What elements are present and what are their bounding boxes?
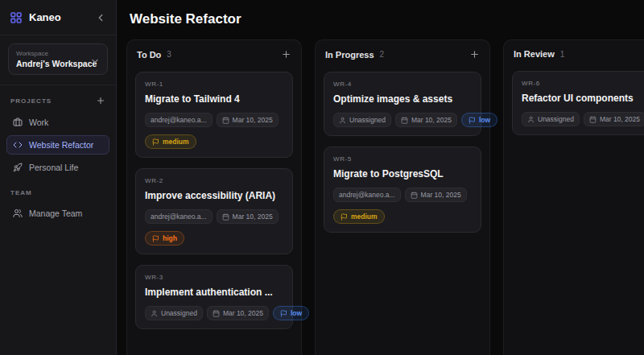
sidebar: Kaneo Workspace Andrej's Workspace PROJE… [0,0,117,355]
assignee-chip[interactable]: Unassigned [522,112,580,126]
priority-label: medium [163,138,189,146]
code-icon [13,140,23,150]
briefcase-icon [13,118,23,127]
assignee-label: Unassigned [161,309,197,317]
assignee-chip[interactable]: Unassigned [333,113,391,127]
sidebar-header: Kaneo [0,0,116,35]
team-section-label: TEAM [10,189,32,196]
task-title: Implement authentication ... [145,287,283,298]
calendar-icon [411,192,418,199]
priority-badge[interactable]: low [273,306,309,320]
due-date-chip[interactable]: Mar 10, 2025 [217,113,279,127]
chevron-down-icon [90,55,100,64]
task-priority-row: high [145,231,283,246]
sidebar-collapse-icon[interactable] [95,12,106,23]
due-date-chip[interactable]: Mar 10, 2025 [584,112,644,126]
column-name: In Review [514,49,555,59]
kanban-board: To Do 3 WR-1 Migrate to Tailwind 4 andre… [126,39,644,355]
workspace-name: Andrej's Workspace [16,59,90,68]
task-meta-row: andrej@kaneo.a... Mar 10, 2025 [145,113,283,127]
user-icon [339,117,346,124]
calendar-icon [589,116,597,123]
due-date-label: Mar 10, 2025 [233,116,273,124]
workspace-selector[interactable]: Workspace Andrej's Workspace [8,43,108,75]
priority-badge[interactable]: medium [145,134,196,149]
calendar-icon [222,213,229,221]
task-title: Migrate to Tailwind 4 [145,93,283,105]
assignee-chip[interactable]: andrej@kaneo.a... [145,209,213,224]
flag-icon [152,235,159,242]
add-task-button[interactable] [469,49,480,60]
app-name: Kaneo [29,11,95,23]
card-list: WR-4 Optimize images & assets Unassigned [316,67,489,241]
assignee-label: andrej@kaneo.a... [339,191,395,199]
user-icon [527,116,535,123]
due-date-chip[interactable]: Mar 10, 2025 [395,113,457,127]
add-project-button[interactable] [96,96,105,105]
flag-icon [152,138,159,146]
task-card-wr-1[interactable]: WR-1 Migrate to Tailwind 4 andrej@kaneo.… [135,72,293,158]
task-meta-row: Unassigned Mar 10, 2025 lo [522,112,644,126]
task-card-wr-3[interactable]: WR-3 Implement authentication ... Unassi… [135,265,293,329]
add-task-button[interactable] [281,49,291,60]
sidebar-item-label: Personal Life [29,163,78,172]
task-title: Migrate to PostgresSQL [333,168,472,180]
priority-label: high [163,234,177,242]
assignee-label: Unassigned [349,116,386,124]
flag-icon [469,117,476,124]
task-id: WR-3 [145,274,283,281]
priority-badge[interactable]: low [461,113,497,127]
assignee-label: andrej@kaneo.a... [151,213,207,221]
due-date-chip[interactable]: Mar 10, 2025 [217,209,279,224]
user-icon [151,310,158,317]
assignee-chip[interactable]: andrej@kaneo.a... [333,188,401,202]
task-title: Optimize images & assets [333,93,472,105]
task-id: WR-2 [145,177,283,184]
task-card-wr-2[interactable]: WR-2 Improve accessibility (ARIA) andrej… [135,168,293,254]
task-meta-row: Unassigned Mar 10, 2025 lo [145,306,283,320]
task-card-wr-4[interactable]: WR-4 Optimize images & assets Unassigned [324,72,481,136]
priority-label: medium [351,213,378,221]
sidebar-item-personal-life[interactable]: Personal Life [6,158,109,177]
priority-badge[interactable]: high [145,231,184,246]
column-in-review: In Review 1 WR-6 Refactor UI components … [503,39,644,355]
sidebar-item-manage-team[interactable]: Manage Team [6,204,109,223]
kaneo-logo-grid-icon [10,11,23,24]
task-title: Improve accessibility (ARIA) [145,190,283,201]
sidebar-item-website-refactor[interactable]: Website Refactor [6,135,109,155]
column-header: In Review 1 [504,40,644,66]
card-list: WR-1 Migrate to Tailwind 4 andrej@kaneo.… [127,67,301,337]
calendar-icon [401,117,408,124]
due-date-chip[interactable]: Mar 10, 2025 [207,306,269,320]
due-date-label: Mar 10, 2025 [600,115,640,123]
calendar-icon [222,117,229,124]
users-icon [13,208,23,218]
assignee-label: andrej@kaneo.a... [151,116,207,124]
task-meta-row: andrej@kaneo.a... Mar 10, 2025 [145,209,283,224]
workspace-texts: Workspace Andrej's Workspace [16,50,90,68]
projects-section-label: PROJECTS [10,97,52,105]
flag-icon [280,310,287,317]
task-card-wr-5[interactable]: WR-5 Migrate to PostgresSQL andrej@kaneo… [324,147,481,233]
team-section-header: TEAM [0,179,116,202]
priority-badge[interactable]: medium [333,209,385,224]
due-date-label: Mar 10, 2025 [233,213,273,221]
column-header: In Progress 2 [316,40,489,67]
task-card-wr-6[interactable]: WR-6 Refactor UI components Unassigned [512,71,644,135]
flag-icon [341,213,348,221]
task-id: WR-5 [333,155,472,163]
column-count: 3 [167,50,281,59]
calendar-icon [213,310,220,317]
due-date-label: Mar 10, 2025 [223,309,263,317]
sidebar-item-label: Website Refactor [29,140,93,150]
sidebar-item-work[interactable]: Work [6,113,109,132]
column-name: To Do [137,50,161,60]
due-date-label: Mar 10, 2025 [421,191,461,199]
workspace-label: Workspace [16,50,90,57]
task-meta-row: andrej@kaneo.a... Mar 10, 2025 [333,188,472,202]
assignee-chip[interactable]: andrej@kaneo.a... [145,113,213,127]
due-date-label: Mar 10, 2025 [411,116,452,124]
assignee-chip[interactable]: Unassigned [145,306,203,320]
column-in-progress: In Progress 2 WR-4 Optimize images & ass… [315,39,490,355]
due-date-chip[interactable]: Mar 10, 2025 [405,188,467,202]
